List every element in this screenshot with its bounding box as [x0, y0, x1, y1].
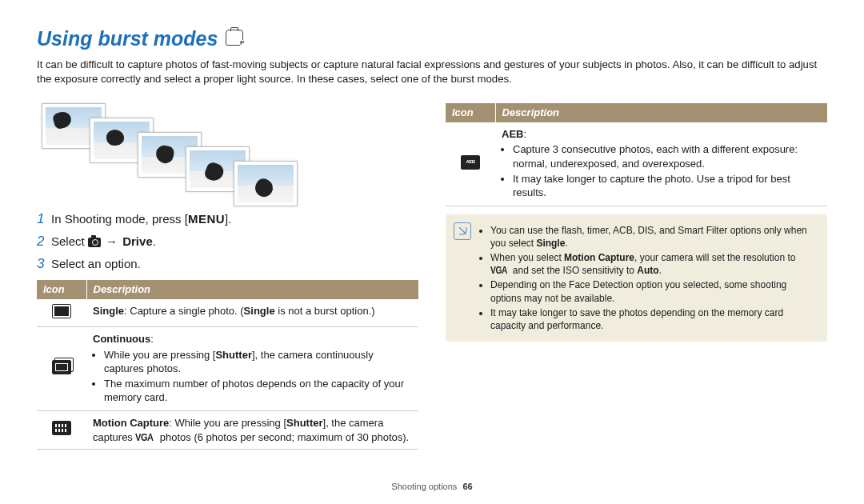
step-text: Select an option. [51, 255, 141, 272]
note-item: You can use the flash, timer, ACB, DIS, … [490, 224, 818, 250]
step-text: Select → Drive. [51, 233, 156, 250]
title-row: Using burst modes [37, 26, 827, 53]
note-item: When you select Motion Capture, your cam… [490, 251, 818, 277]
note-item: Depending on the Face Detection option y… [490, 278, 818, 304]
step-1: 1 In Shooting mode, press [MENU]. [37, 210, 418, 229]
note-list: You can use the flash, timer, ACB, DIS, … [479, 222, 818, 334]
footer-section: Shooting options [391, 482, 457, 491]
mode-p-camera-icon [226, 30, 243, 46]
thumb-5 [234, 161, 298, 206]
continuous-icon [52, 360, 71, 374]
vga-icon: VGA [135, 430, 154, 445]
step-text: In Shooting mode, press [MENU]. [51, 210, 231, 227]
note-icon [454, 222, 471, 240]
menu-key-icon: MENU [188, 212, 225, 226]
step-3: 3 Select an option. [37, 255, 418, 274]
intro-paragraph: It can be difficult to capture photos of… [37, 58, 827, 86]
row-continuous: Continuous: While you are pressing [Shut… [37, 327, 418, 411]
note-box: You can use the flash, timer, ACB, DIS, … [446, 214, 827, 342]
step-2: 2 Select → Drive. [37, 233, 418, 251]
motion-capture-icon [52, 421, 71, 435]
step-number: 1 [37, 210, 51, 229]
th-description: Description [495, 103, 827, 122]
page-number: 66 [462, 482, 472, 491]
aeb-icon [461, 155, 480, 170]
desc-continuous: Continuous: While you are pressing [Shut… [86, 327, 418, 411]
note-item: It may take longer to save the photos de… [490, 306, 818, 332]
row-aeb: AEB: Capture 3 consecutive photos, each … [446, 122, 827, 206]
manual-page: Using burst modes It can be difficult to… [0, 0, 864, 504]
columns: 1 In Shooting mode, press [MENU]. 2 Sele… [37, 97, 827, 450]
options-table-left: Icon Description Single: Capture a singl… [37, 280, 418, 450]
desc-motion-capture: Motion Capture: While you are pressing [… [86, 411, 418, 450]
single-shot-icon [52, 304, 71, 318]
right-column: Icon Description AEB: Capture 3 consecut… [446, 97, 827, 450]
row-single: Single: Capture a single photo. (Single … [37, 299, 418, 327]
left-column: 1 In Shooting mode, press [MENU]. 2 Sele… [37, 97, 418, 450]
steps-list: 1 In Shooting mode, press [MENU]. 2 Sele… [37, 210, 418, 274]
camera-icon [88, 238, 101, 247]
th-description: Description [86, 280, 418, 299]
burst-illustration [37, 102, 418, 206]
desc-aeb: AEB: Capture 3 consecutive photos, each … [495, 122, 827, 206]
step-number: 3 [37, 255, 51, 274]
options-table-right: Icon Description AEB: Capture 3 consecut… [446, 103, 827, 206]
page-title: Using burst modes [37, 26, 218, 53]
th-icon: Icon [446, 103, 495, 122]
vga-icon: VGA [490, 264, 507, 277]
step-number: 2 [37, 233, 51, 251]
th-icon: Icon [37, 280, 86, 299]
page-footer: Shooting options 66 [0, 481, 864, 493]
desc-single: Single: Capture a single photo. (Single … [86, 299, 418, 327]
row-motion-capture: Motion Capture: While you are pressing [… [37, 411, 418, 450]
